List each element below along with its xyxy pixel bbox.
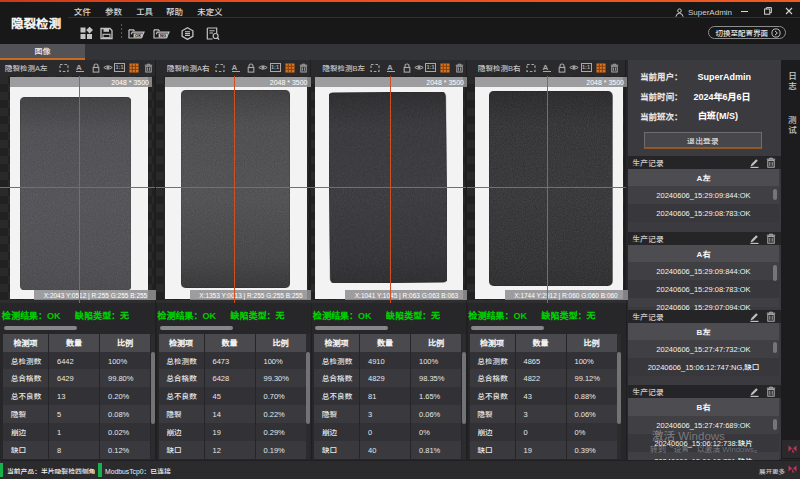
svg-text:NG: NG — [160, 33, 166, 38]
svg-text:OK: OK — [135, 33, 141, 38]
